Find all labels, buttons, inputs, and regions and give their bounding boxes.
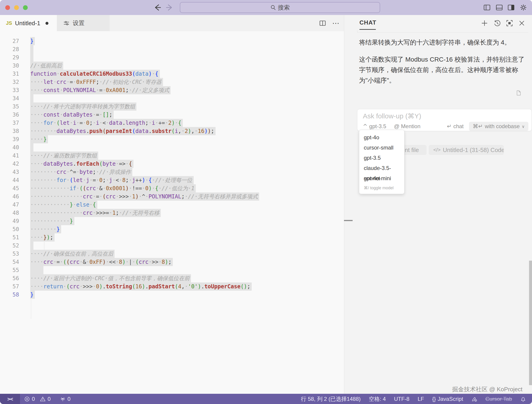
model-option[interactable]: gpt-3.5 bbox=[359, 153, 404, 163]
status-bar: >< 0 0 bbox=[0, 394, 532, 404]
model-option[interactable]: claude-3.5-sonnet bbox=[359, 163, 404, 173]
model-option[interactable]: cursor-small bbox=[359, 142, 404, 153]
code-line: 48················crc·>>>=·1;·//·无符号右移 bbox=[0, 209, 344, 217]
chat-scrollbar-thumb[interactable] bbox=[529, 261, 532, 385]
line-number: 56 bbox=[0, 274, 19, 282]
cursor-tab-pen-icon[interactable] bbox=[471, 396, 477, 402]
model-selector-label: gpt-3.5 bbox=[369, 123, 386, 130]
code-line: 35····//·将十六进制字符串转换为字节数组 bbox=[0, 102, 344, 111]
chat-panel-header: CHAT bbox=[344, 15, 532, 31]
copy-message-icon[interactable] bbox=[514, 89, 522, 97]
tab-settings[interactable]: 设置 bbox=[57, 15, 109, 31]
problems-button[interactable]: 0 0 bbox=[24, 396, 54, 402]
encoding-indicator[interactable]: UTF-8 bbox=[394, 396, 410, 402]
line-number: 29 bbox=[0, 53, 19, 62]
line-number: 39 bbox=[0, 135, 19, 143]
ports-button[interactable]: 0 bbox=[60, 396, 71, 402]
code-line: 32····let·crc·=·0xFFFF;·//·初始化·CRC·寄存器 bbox=[0, 78, 344, 86]
toggle-secondary-sidebar-icon[interactable] bbox=[507, 4, 515, 11]
code-line: 41····//·遍历数据字节数组 bbox=[0, 152, 344, 160]
tab-untitled-1[interactable]: JS Untitled-1 bbox=[0, 15, 57, 31]
line-number: 45 bbox=[0, 184, 19, 192]
code-line: 37····for·(let·i·=·0;·i·<·data.length;·i… bbox=[0, 119, 344, 127]
assistant-message-paragraph: 将结果转换为大写的十六进制字符串，确保长度为 4。 bbox=[359, 37, 528, 48]
code-line: 55 bbox=[0, 266, 344, 274]
line-number: 37 bbox=[0, 119, 19, 127]
code-line: 53····//·确保低位在前，高位在后 bbox=[0, 250, 344, 258]
search-placeholder: 搜索 bbox=[278, 4, 290, 12]
status-left: 0 0 0 bbox=[24, 394, 71, 404]
line-number: 55 bbox=[0, 266, 19, 274]
search-input[interactable]: 搜索 bbox=[180, 2, 380, 13]
code-line: 49············} bbox=[0, 217, 344, 225]
model-option[interactable]: gpt-4o-mini bbox=[359, 173, 404, 183]
new-chat-icon[interactable] bbox=[481, 19, 488, 27]
line-number: 46 bbox=[0, 192, 19, 201]
expand-chat-icon[interactable] bbox=[506, 19, 513, 27]
close-chat-icon[interactable] bbox=[518, 19, 526, 27]
line-number: 27 bbox=[0, 37, 19, 45]
braces-icon: {} bbox=[432, 396, 436, 402]
language-indicator[interactable]: {} JavaScript bbox=[432, 396, 463, 402]
watermark-text: 掘金技术社区 @ KoProject bbox=[452, 385, 522, 393]
code-line: 57····return·(crc·>>>·0).toString(16).pa… bbox=[0, 282, 344, 291]
chat-tab[interactable]: CHAT bbox=[359, 19, 376, 26]
line-number: 49 bbox=[0, 217, 19, 225]
followup-input[interactable]: Ask follow-up (⌘Y) ^ gpt-3.5 @ Mention ↵… bbox=[357, 109, 532, 131]
code-line: 56····//·返回十六进制的·CRC·值，不包含前导零，确保低位在前 bbox=[0, 274, 344, 282]
chat-panel: CHAT 将结果转换为大写的十六进制字符串，确保长度为 4。 这个函数实现了 M… bbox=[344, 15, 532, 394]
model-selector[interactable]: ^ gpt-3.5 bbox=[363, 123, 386, 130]
minimize-window-button[interactable] bbox=[14, 5, 19, 10]
split-editor-icon[interactable] bbox=[319, 19, 326, 27]
line-number: 50 bbox=[0, 225, 19, 233]
with-codebase-button[interactable]: ⌘↵ with codebase ∨ bbox=[469, 122, 528, 131]
followup-placeholder: Ask follow-up (⌘Y) bbox=[363, 112, 421, 120]
panel-resize-sash[interactable] bbox=[344, 220, 353, 221]
mention-button[interactable]: @ Mention bbox=[394, 123, 420, 130]
line-number: 58 bbox=[0, 291, 19, 299]
toggle-primary-sidebar-icon[interactable] bbox=[483, 4, 491, 11]
context-pill-label: Untitled-1 (31-58) Code bbox=[443, 146, 504, 154]
remote-indicator-button[interactable]: >< bbox=[0, 394, 20, 404]
code-line: 43········crc·^=·byte;·//·异或操作 bbox=[0, 168, 344, 176]
line-number: 43 bbox=[0, 168, 19, 176]
code-icon: </> bbox=[433, 147, 441, 153]
line-number: 53 bbox=[0, 250, 19, 258]
settings-gear-icon[interactable] bbox=[520, 4, 527, 11]
forward-icon[interactable] bbox=[165, 3, 174, 12]
code-line: 50········} bbox=[0, 225, 344, 233]
line-number: 36 bbox=[0, 111, 19, 119]
model-dropdown: gpt-4ocursor-smallgpt-3.5claude-3.5-sonn… bbox=[359, 130, 404, 194]
cursor-tab-indicator[interactable]: Cursor Tab bbox=[485, 396, 512, 402]
history-icon[interactable] bbox=[494, 19, 501, 27]
broadcast-tower-icon bbox=[60, 396, 66, 402]
model-option[interactable]: gpt-4o bbox=[359, 132, 404, 142]
toggle-panel-icon[interactable] bbox=[496, 4, 503, 11]
chat-submit-button[interactable]: ↵ chat bbox=[447, 123, 464, 130]
context-pill-code-selection[interactable]: </> Untitled-1 (31-58) Code bbox=[429, 145, 504, 155]
code-editor[interactable]: 27}28 29 30//·低前高后31function·calculateCR… bbox=[0, 31, 344, 394]
back-icon[interactable] bbox=[153, 3, 162, 12]
code-line: 46················crc·=·(crc·>>>·1)·^·PO… bbox=[0, 192, 344, 201]
code-line: 27} bbox=[0, 37, 344, 45]
eol-indicator[interactable]: LF bbox=[418, 396, 424, 402]
more-actions-icon[interactable]: ⋯ bbox=[332, 19, 340, 27]
notifications-bell-icon[interactable] bbox=[520, 396, 526, 402]
code-line bbox=[0, 34, 344, 37]
line-col-indicator[interactable]: 行 58, 列 2 (已选择1488) bbox=[301, 395, 361, 403]
line-number: 44 bbox=[0, 176, 19, 184]
search-icon bbox=[270, 5, 276, 10]
zoom-window-button[interactable] bbox=[23, 5, 28, 10]
editor-tab-strip: JS Untitled-1 设置 ⋯ bbox=[0, 15, 344, 31]
error-icon bbox=[24, 396, 30, 402]
error-count: 0 bbox=[32, 396, 35, 402]
close-window-button[interactable] bbox=[5, 5, 10, 10]
javascript-file-icon: JS bbox=[6, 20, 12, 26]
code-line: 33····const·POLYNOMIAL·=·0xA001;·//·定义多项… bbox=[0, 86, 344, 94]
unsaved-changes-dot-icon[interactable] bbox=[45, 22, 48, 25]
code-line: 36····const·dataBytes·=·[]; bbox=[0, 111, 344, 119]
line-number: 32 bbox=[0, 78, 19, 86]
code-line: 44········for·(let·j·=·0;·j·<·8;·j++)·{·… bbox=[0, 176, 344, 184]
indent-indicator[interactable]: 空格: 4 bbox=[369, 395, 386, 403]
warning-icon bbox=[40, 396, 46, 402]
